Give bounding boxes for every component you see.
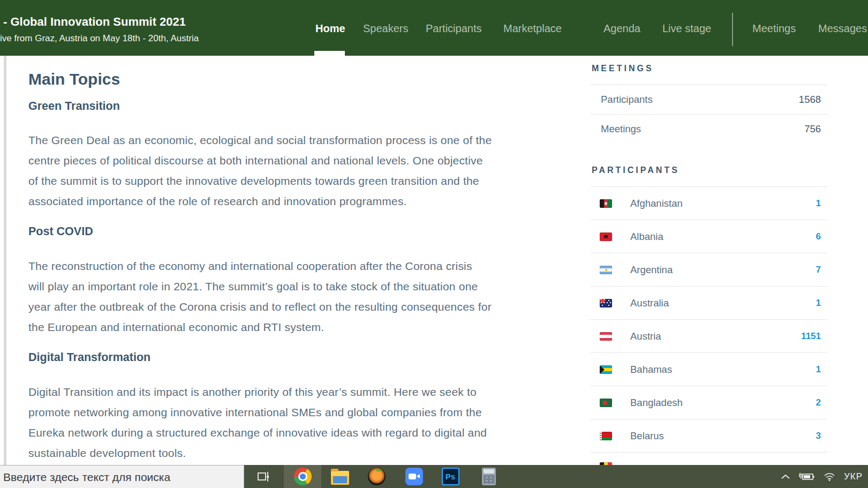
spacer xyxy=(591,144,827,166)
section-body-digital-transformation: Digital Transition and its impact is ano… xyxy=(28,382,564,463)
fl-studio-icon xyxy=(368,468,386,485)
page-title: Main Topics xyxy=(28,70,120,88)
country-row-afghanistan[interactable]: Afghanistan 1 xyxy=(591,187,827,220)
task-view-icon xyxy=(256,469,271,484)
country-count: 7 xyxy=(816,265,821,275)
body-line: year after the outbreak of the Corona cr… xyxy=(28,297,564,317)
country-name: Argentina xyxy=(630,264,816,276)
file-explorer-taskbar-button[interactable] xyxy=(323,465,357,488)
windows-taskbar: Ps УКР xyxy=(0,465,868,488)
argentina-flag-icon xyxy=(600,266,612,274)
belarus-flag-icon xyxy=(600,432,612,440)
section-title-digital-transformation: Digital Transformation xyxy=(28,351,150,364)
country-name: Albania xyxy=(630,231,816,243)
language-indicator[interactable]: УКР xyxy=(844,471,863,482)
page-left-gutter xyxy=(4,56,6,465)
nav-meetings[interactable]: Meetings xyxy=(752,22,796,35)
country-row-austria[interactable]: Austria 1151 xyxy=(591,320,827,352)
country-row-argentina[interactable]: Argentina 7 xyxy=(591,253,827,286)
nav-agenda[interactable]: Agenda xyxy=(603,22,640,35)
taskbar-search[interactable] xyxy=(0,465,244,488)
chrome-icon xyxy=(294,468,312,485)
zoom-icon xyxy=(405,468,423,485)
section-title-green-transition: Green Transition xyxy=(28,100,120,113)
chrome-taskbar-button[interactable] xyxy=(284,465,321,488)
system-tray: УКР xyxy=(781,465,863,488)
country-count: 2 xyxy=(816,397,821,408)
file-explorer-icon xyxy=(331,471,349,485)
country-name: Austria xyxy=(630,331,801,342)
body-line: promote networking among innovative inte… xyxy=(28,402,564,423)
body-line: of the summit is to support the innovati… xyxy=(28,171,564,191)
country-count: 1151 xyxy=(801,331,821,342)
body-line: associated importance of the role of res… xyxy=(28,191,564,212)
body-line: The reconstruction of the economy and in… xyxy=(28,256,564,276)
zoom-taskbar-button[interactable] xyxy=(397,465,431,488)
body-line: centre pieces of political discourse at … xyxy=(28,151,564,171)
fl-studio-taskbar-button[interactable] xyxy=(360,465,393,488)
calculator-icon xyxy=(482,468,496,485)
stat-label: Meetings xyxy=(601,123,641,135)
country-row-belarus[interactable]: Belarus 3 xyxy=(591,419,827,452)
country-count: 6 xyxy=(816,231,821,242)
nav-messages[interactable]: Messages xyxy=(818,22,867,35)
right-sidebar: MEETINGS Participants 1568 Meetings 756 … xyxy=(591,64,827,453)
tray-expand-button[interactable] xyxy=(781,474,790,480)
stat-value: 1568 xyxy=(799,94,821,106)
nav-divider xyxy=(732,13,733,46)
nav-speakers[interactable]: Speakers xyxy=(363,22,409,35)
stat-value: 756 xyxy=(804,123,821,135)
country-name: Bangladesh xyxy=(630,397,816,409)
bahamas-flag-icon xyxy=(600,365,612,374)
country-count: 1 xyxy=(816,364,821,375)
country-row-bangladesh[interactable]: Bangladesh 2 xyxy=(591,386,827,419)
chevron-up-icon xyxy=(781,474,790,480)
body-line: The Green Deal as an economic, ecologica… xyxy=(28,130,564,151)
battery-status-button[interactable] xyxy=(799,472,815,481)
body-line: the European and international economic … xyxy=(28,317,564,337)
nav-home[interactable]: Home xyxy=(315,22,345,35)
nav-live-stage[interactable]: Live stage xyxy=(662,22,711,35)
stat-row-meetings[interactable]: Meetings 756 xyxy=(591,115,827,144)
wifi-status-button[interactable] xyxy=(824,472,835,481)
task-view-button[interactable] xyxy=(247,465,281,488)
austria-flag-icon xyxy=(600,332,612,341)
country-name: Afghanistan xyxy=(630,198,816,209)
section-title-post-covid: Post COVID xyxy=(28,225,93,238)
section-body-green-transition: The Green Deal as an economic, ecologica… xyxy=(28,130,564,212)
country-row-australia[interactable]: Australia 1 xyxy=(591,287,827,319)
nav-marketplace[interactable]: Marketplace xyxy=(503,22,562,35)
country-count: 1 xyxy=(816,198,821,209)
country-row-bahamas[interactable]: Bahamas 1 xyxy=(591,353,827,386)
photoshop-taskbar-button[interactable]: Ps xyxy=(434,465,467,488)
site-header: - Global Innovation Summit 2021 ive from… xyxy=(0,0,868,56)
body-line: Eureka network during a structured excha… xyxy=(28,423,564,443)
search-input[interactable] xyxy=(3,471,233,484)
battery-charging-icon xyxy=(799,472,815,481)
divider xyxy=(591,452,827,453)
country-row-albania[interactable]: Albania 6 xyxy=(591,220,827,253)
country-name: Belarus xyxy=(630,430,816,442)
stat-label: Participants xyxy=(601,94,653,106)
section-body-post-covid: The reconstruction of the economy and in… xyxy=(28,256,564,337)
body-line: sustainable development tools. xyxy=(28,443,564,463)
wifi-icon xyxy=(824,472,835,481)
country-name: Bahamas xyxy=(630,364,816,376)
site-subtitle: ive from Graz, Austria on May 18th - 20t… xyxy=(0,33,199,44)
body-line: will play an important role in 2021. The… xyxy=(28,276,564,297)
country-name: Australia xyxy=(630,297,816,309)
participants-section-title: PARTICIPANTS xyxy=(591,166,827,186)
nav-participants[interactable]: Participants xyxy=(426,22,482,35)
photoshop-icon: Ps xyxy=(442,468,459,485)
albania-flag-icon xyxy=(600,232,612,241)
site-title: - Global Innovation Summit 2021 xyxy=(3,15,186,29)
australia-flag-icon xyxy=(600,299,612,307)
stat-row-participants[interactable]: Participants 1568 xyxy=(591,85,827,114)
country-count: 3 xyxy=(816,431,821,441)
meetings-section-title: MEETINGS xyxy=(591,64,827,85)
calculator-taskbar-button[interactable] xyxy=(472,465,505,488)
nav-active-indicator xyxy=(314,51,345,56)
bangladesh-flag-icon xyxy=(600,399,612,407)
body-line: Digital Transition and its impact is ano… xyxy=(28,382,564,402)
country-count: 1 xyxy=(816,298,821,309)
